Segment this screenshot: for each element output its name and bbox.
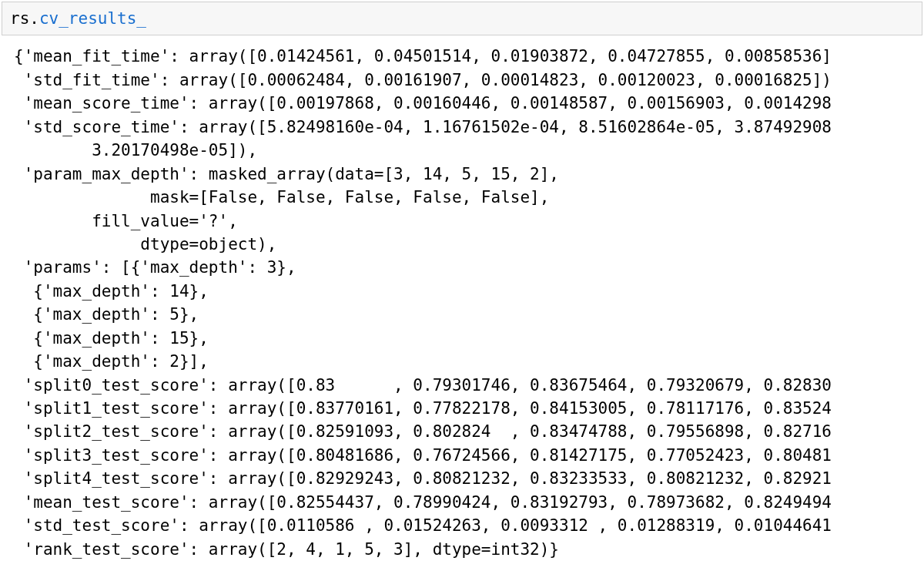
code-input-cell: rs.cv_results_ <box>2 2 922 35</box>
code-attribute: cv_results_ <box>39 9 146 28</box>
code-object: rs. <box>10 9 39 28</box>
code-output: {'mean_fit_time': array([0.01424561, 0.0… <box>0 35 924 561</box>
notebook-excerpt: rs.cv_results_ {'mean_fit_time': array([… <box>0 0 924 581</box>
